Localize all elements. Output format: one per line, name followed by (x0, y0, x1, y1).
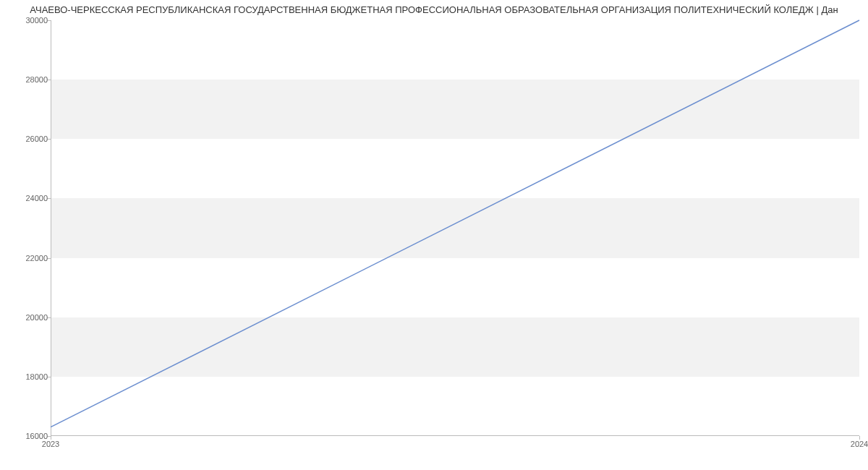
x-axis-tick-label: 2023 (42, 440, 59, 448)
line-series-svg (51, 20, 859, 436)
y-axis-tick-label: 20000 (25, 313, 48, 322)
chart-plot-area: 16000 18000 20000 22000 24000 26000 2800… (51, 20, 859, 436)
y-axis-tick-label: 28000 (25, 75, 48, 84)
y-axis-tick-label: 26000 (25, 134, 48, 143)
y-axis-tick-label: 22000 (25, 254, 48, 262)
y-axis-tick-label: 30000 (25, 16, 48, 25)
data-line (51, 20, 859, 427)
plot-region (51, 20, 859, 436)
x-axis-tick-label: 2024 (851, 440, 868, 448)
y-axis-tick-label: 18000 (25, 372, 48, 381)
y-axis-tick-label: 24000 (25, 194, 48, 202)
chart-title: АЧАЕВО-ЧЕРКЕССКАЯ РЕСПУБЛИКАНСКАЯ ГОСУДА… (0, 4, 868, 15)
